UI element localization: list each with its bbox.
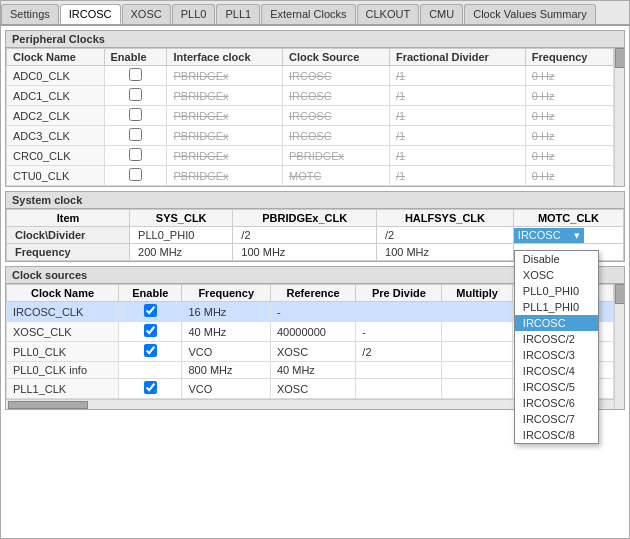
srcell-freq-0: 16 MHz <box>182 302 271 322</box>
tab-clkout[interactable]: CLKOUT <box>357 4 420 24</box>
src-th-ref: Reference <box>270 285 355 302</box>
popup-item-ircosc2[interactable]: IRCOSC/2 <box>515 331 598 347</box>
tab-cmu[interactable]: CMU <box>420 4 463 24</box>
pcell-interface-4: PBRIDGEx <box>167 146 283 166</box>
pcell-interface-5: PBRIDGEx <box>167 166 283 186</box>
pcell-enable-2[interactable] <box>104 106 167 126</box>
sys-th-motc: MOTC_CLK <box>513 210 623 227</box>
th-clock-source: Clock Source <box>283 49 390 66</box>
pcell-source-4: PBRIDGEx <box>283 146 390 166</box>
srccheckbox-2[interactable] <box>144 344 157 357</box>
pcell-enable-1[interactable] <box>104 86 167 106</box>
th-fractional-divider: Fractional Divider <box>389 49 525 66</box>
th-interface-clock: Interface clock <box>167 49 283 66</box>
popup-item-ircosc8[interactable]: IRCOSC/8 <box>515 427 598 443</box>
pcheckbox-4[interactable] <box>129 148 142 161</box>
srccheckbox-1[interactable] <box>144 324 157 337</box>
pcheckbox-1[interactable] <box>129 88 142 101</box>
srcell-mul-2 <box>442 342 512 362</box>
popup-item-ircosc6[interactable]: IRCOSC/6 <box>515 395 598 411</box>
srccheckbox-4[interactable] <box>144 381 157 394</box>
srcell-name-3: PLL0_CLK info <box>7 362 119 379</box>
popup-item-ircosc5[interactable]: IRCOSC/5 <box>515 379 598 395</box>
peripheral-row-0: ADC0_CLK PBRIDGEx IRCOSC /1 0 Hz <box>7 66 614 86</box>
srcell-name-4: PLL1_CLK <box>7 379 119 399</box>
srcell-mul-1 <box>442 322 512 342</box>
srcell-freq-4: VCO <box>182 379 271 399</box>
pcell-name-0: ADC0_CLK <box>7 66 105 86</box>
srcell-enable-1[interactable] <box>119 322 182 342</box>
popup-item-ircosc[interactable]: IRCOSC <box>515 315 598 331</box>
srcell-mul-4 <box>442 379 512 399</box>
pcell-divider-4: /1 <box>389 146 525 166</box>
th-enable: Enable <box>104 49 167 66</box>
pcell-divider-5: /1 <box>389 166 525 186</box>
tab-clock-values-summary[interactable]: Clock Values Summary <box>464 4 596 24</box>
pcheckbox-3[interactable] <box>129 128 142 141</box>
tab-pll1[interactable]: PLL1 <box>216 4 260 24</box>
motc-dropdown-wrapper: IRCOSC ▾ Disable XOSC PLL0_PHI0 PLL1_PHI… <box>514 228 584 243</box>
tab-external-clocks[interactable]: External Clocks <box>261 4 355 24</box>
srcell-freq-3: 800 MHz <box>182 362 271 379</box>
srcell-ref-0: - <box>270 302 355 322</box>
srcell-freq-2: VCO <box>182 342 271 362</box>
srcell-enable-2[interactable] <box>119 342 182 362</box>
pcell-divider-1: /1 <box>389 86 525 106</box>
srcell-ref-2: XOSC <box>270 342 355 362</box>
motc-dropdown-label: IRCOSC <box>518 229 561 241</box>
popup-item-pll0phi0[interactable]: PLL0_PHI0 <box>515 283 598 299</box>
pcell-enable-3[interactable] <box>104 126 167 146</box>
peripheral-scrollbar-thumb[interactable] <box>615 48 624 68</box>
pcheckbox-2[interactable] <box>129 108 142 121</box>
srcell-pre-0 <box>356 302 442 322</box>
popup-item-xosc[interactable]: XOSC <box>515 267 598 283</box>
peripheral-row-3: ADC3_CLK PBRIDGEx IRCOSC /1 0 Hz <box>7 126 614 146</box>
pcell-freq-3: 0 Hz <box>525 126 613 146</box>
srcell-mul-3 <box>442 362 512 379</box>
pcell-source-3: IRCOSC <box>283 126 390 146</box>
sys-val-halfsys-div: /2 <box>377 227 514 244</box>
srcell-enable-3[interactable] <box>119 362 182 379</box>
sources-scrollbar-thumb[interactable] <box>615 284 624 304</box>
peripheral-clocks-table: Clock Name Enable Interface clock Clock … <box>6 48 614 186</box>
sys-val-pll0: PLL0_PHI0 <box>130 227 233 244</box>
pcell-enable-0[interactable] <box>104 66 167 86</box>
pcell-freq-5: 0 Hz <box>525 166 613 186</box>
motc-dropdown-arrow: ▾ <box>574 229 580 242</box>
sources-scrollbar[interactable] <box>614 284 624 409</box>
srccheckbox-0[interactable] <box>144 304 157 317</box>
system-clock-table: Item SYS_CLK PBRIDGEx_CLK HALFSYS_CLK MO… <box>6 209 624 261</box>
srcell-name-0: IRCOSC_CLK <box>7 302 119 322</box>
motc-dropdown-popup: Disable XOSC PLL0_PHI0 PLL1_PHI0 IRCOSC … <box>514 250 599 444</box>
src-th-pre: Pre Divide <box>356 285 442 302</box>
srcell-enable-0[interactable] <box>119 302 182 322</box>
pcell-divider-0: /1 <box>389 66 525 86</box>
popup-item-ircosc7[interactable]: IRCOSC/7 <box>515 411 598 427</box>
sources-horiz-thumb[interactable] <box>8 401 88 409</box>
pcell-name-3: ADC3_CLK <box>7 126 105 146</box>
tab-pll0[interactable]: PLL0 <box>172 4 216 24</box>
tab-settings[interactable]: Settings <box>1 4 59 24</box>
srcell-pre-3 <box>356 362 442 379</box>
srcell-enable-4[interactable] <box>119 379 182 399</box>
srcell-ref-3: 40 MHz <box>270 362 355 379</box>
tab-xosc[interactable]: XOSC <box>122 4 171 24</box>
sys-val-pbridge-div: /2 <box>233 227 377 244</box>
srcell-pre-4 <box>356 379 442 399</box>
motc-dropdown[interactable]: IRCOSC ▾ <box>514 228 584 243</box>
popup-item-ircosc4[interactable]: IRCOSC/4 <box>515 363 598 379</box>
pcheckbox-5[interactable] <box>129 168 142 181</box>
peripheral-scrollbar[interactable] <box>614 48 624 186</box>
src-th-mul: Multiply <box>442 285 512 302</box>
tab-ircosc[interactable]: IRCOSC <box>60 4 121 24</box>
src-th-freq: Frequency <box>182 285 271 302</box>
sys-label-freq: Frequency <box>7 244 130 261</box>
popup-item-ircosc3[interactable]: IRCOSC/3 <box>515 347 598 363</box>
popup-item-disable[interactable]: Disable <box>515 251 598 267</box>
pcell-enable-4[interactable] <box>104 146 167 166</box>
pcell-name-1: ADC1_CLK <box>7 86 105 106</box>
pcell-enable-5[interactable] <box>104 166 167 186</box>
popup-item-pll1phi0[interactable]: PLL1_PHI0 <box>515 299 598 315</box>
pcell-interface-3: PBRIDGEx <box>167 126 283 146</box>
pcheckbox-0[interactable] <box>129 68 142 81</box>
